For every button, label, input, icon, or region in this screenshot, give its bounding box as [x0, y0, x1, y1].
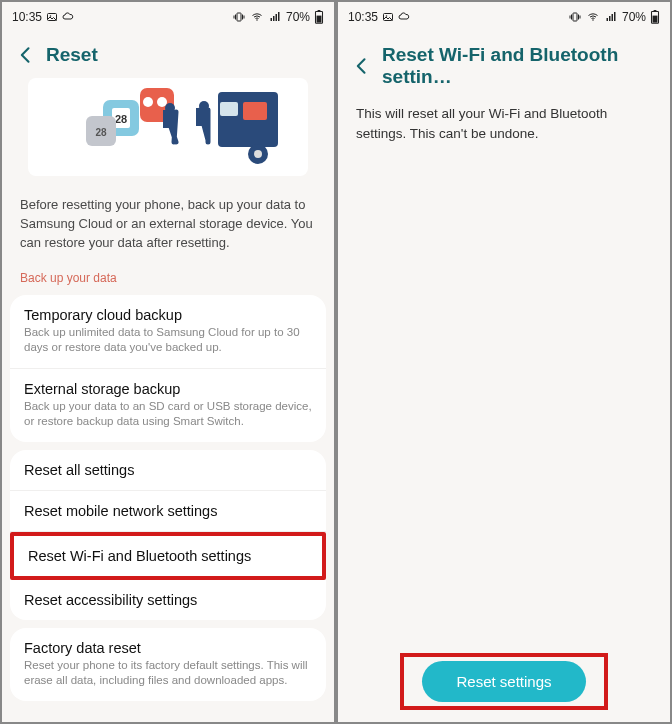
factory-card: Factory data reset Reset your phone to i…	[10, 628, 326, 701]
illustration: 28 28	[28, 78, 308, 176]
backup-item-temp-cloud[interactable]: Temporary cloud backup Back up unlimited…	[10, 295, 326, 369]
backup-card: Temporary cloud backup Back up unlimited…	[10, 295, 326, 442]
signal-icon	[604, 11, 618, 23]
svg-rect-2	[237, 13, 241, 21]
header: Reset Wi-Fi and Bluetooth settin…	[338, 32, 670, 100]
item-desc: Back up your data to an SD card or USB s…	[24, 399, 312, 430]
body-description: This will reset all your Wi-Fi and Bluet…	[338, 100, 670, 147]
svg-rect-7	[278, 12, 280, 21]
item-title: Reset Wi-Fi and Bluetooth settings	[28, 548, 308, 564]
image-icon	[382, 11, 394, 23]
status-battery-pct: 70%	[622, 10, 646, 24]
signal-icon	[268, 11, 282, 23]
status-time: 10:35	[348, 10, 378, 24]
svg-rect-38	[653, 16, 658, 23]
wifi-icon	[250, 11, 264, 23]
svg-rect-32	[606, 18, 608, 21]
item-title: Temporary cloud backup	[24, 307, 312, 323]
status-bar: 10:35 70%	[338, 2, 670, 32]
vibrate-icon	[568, 11, 582, 23]
page-title: Reset Wi-Fi and Bluetooth settin…	[382, 44, 656, 88]
item-title: Reset accessibility settings	[24, 592, 312, 608]
status-battery-pct: 70%	[286, 10, 310, 24]
item-title: External storage backup	[24, 381, 312, 397]
svg-rect-14	[243, 102, 267, 120]
wifi-icon	[586, 11, 600, 23]
image-icon	[46, 11, 58, 23]
svg-point-3	[256, 19, 258, 21]
svg-rect-26	[163, 110, 177, 128]
status-bar: 10:35 70%	[2, 2, 334, 32]
reset-card: Reset all settings Reset mobile network …	[10, 450, 326, 620]
status-time: 10:35	[12, 10, 42, 24]
svg-rect-5	[273, 16, 275, 21]
reset-settings-button[interactable]: Reset settings	[422, 661, 585, 702]
cloud-icon	[398, 11, 410, 23]
item-title: Reset all settings	[24, 462, 312, 478]
phone-left-reset: 10:35 70% Reset	[0, 0, 336, 724]
reset-accessibility[interactable]: Reset accessibility settings	[10, 580, 326, 620]
cloud-icon	[62, 11, 74, 23]
header: Reset	[2, 32, 334, 78]
highlight-box: Reset settings	[400, 653, 607, 710]
svg-rect-30	[573, 13, 577, 21]
factory-data-reset[interactable]: Factory data reset Reset your phone to i…	[10, 628, 326, 701]
svg-rect-4	[270, 18, 272, 21]
page-title: Reset	[46, 44, 98, 66]
svg-point-23	[157, 97, 167, 107]
svg-rect-27	[196, 108, 210, 126]
svg-text:28: 28	[95, 127, 107, 138]
info-text: Before resetting your phone, back up you…	[2, 186, 334, 253]
svg-text:28: 28	[115, 113, 127, 125]
svg-rect-33	[609, 16, 611, 21]
reset-all-settings[interactable]: Reset all settings	[10, 450, 326, 491]
vibrate-icon	[232, 11, 246, 23]
item-desc: Back up unlimited data to Samsung Cloud …	[24, 325, 312, 356]
svg-rect-35	[614, 12, 616, 21]
back-icon[interactable]	[16, 45, 36, 65]
svg-rect-10	[317, 16, 322, 23]
bottom-action: Reset settings	[352, 653, 656, 710]
svg-rect-34	[611, 14, 613, 21]
item-title: Reset mobile network settings	[24, 503, 312, 519]
item-desc: Reset your phone to its factory default …	[24, 658, 312, 689]
backup-item-external[interactable]: External storage backup Back up your dat…	[10, 369, 326, 442]
section-label: Back up your data	[2, 253, 334, 291]
svg-point-13	[254, 150, 262, 158]
back-icon[interactable]	[352, 56, 372, 76]
reset-wifi-bluetooth[interactable]: Reset Wi-Fi and Bluetooth settings	[10, 532, 326, 580]
item-title: Factory data reset	[24, 640, 312, 656]
svg-rect-15	[220, 102, 238, 116]
svg-point-22	[143, 97, 153, 107]
phone-right-reset-wifi: 10:35 70% Reset Wi-Fi and Bluetooth sett…	[336, 0, 672, 724]
reset-mobile-network[interactable]: Reset mobile network settings	[10, 491, 326, 532]
svg-rect-6	[275, 14, 277, 21]
battery-icon	[314, 10, 324, 24]
battery-icon	[650, 10, 660, 24]
svg-point-31	[592, 19, 594, 21]
